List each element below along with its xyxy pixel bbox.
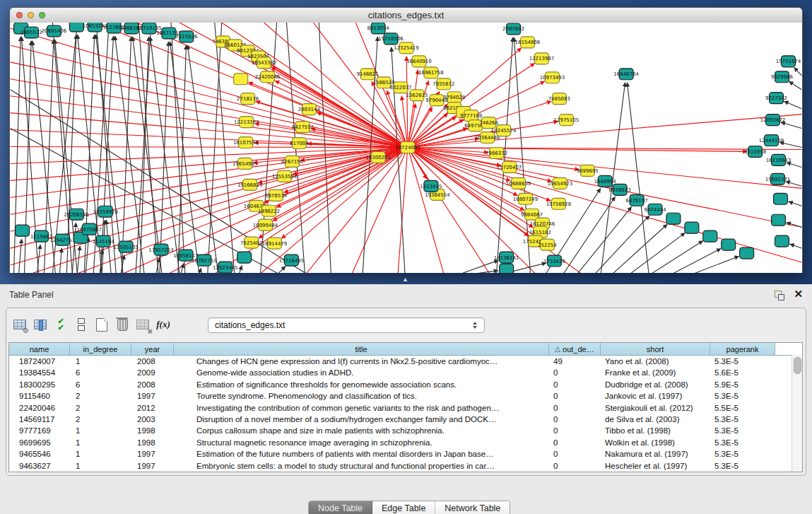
graph-node[interactable] [69,23,83,32]
graph-node[interactable]: 16961758 [418,67,443,78]
table-cell[interactable]: 2 [70,390,131,402]
table-cell[interactable]: Investigating the contribution of common… [174,402,549,414]
graph-node[interactable]: 20691406 [42,25,66,37]
table-cell[interactable]: 0 [549,448,601,460]
table-cell[interactable]: 1 [70,425,131,436]
graph-node[interactable]: 252254 [538,239,557,250]
table-cell[interactable]: 9463627 [9,460,70,472]
tab-network-table[interactable]: Network Table [435,501,510,514]
graph-node[interactable]: 15716485 [279,255,304,266]
column-header-year[interactable]: year [131,343,174,355]
graph-node[interactable] [234,74,248,85]
table-cell[interactable]: 5.5E-5 [710,402,775,414]
table-cell[interactable]: Genome-wide association studies in ADHD. [174,367,549,378]
table-row[interactable]: 977716911998Corpus callosum shape and si… [9,425,802,436]
graph-node[interactable]: 7625402 [240,237,262,248]
table-cell[interactable]: 1 [70,460,131,472]
table-cell[interactable]: 2 [70,402,131,414]
graph-node[interactable] [740,247,754,259]
table-cell[interactable]: 2012 [131,402,174,414]
zoom-window-icon[interactable] [39,12,45,18]
tab-node-table[interactable]: Node Table [309,501,372,514]
table-mode-icon[interactable]: ⚙ [11,315,29,334]
table-cell[interactable]: 1997 [131,390,174,402]
close-panel-icon[interactable]: ✕ [794,288,803,300]
graph-node[interactable]: 13505135 [113,241,138,252]
table-cell[interactable]: 0 [549,425,601,436]
table-cell[interactable]: Embryonic stem cells: a model to study s… [174,460,549,472]
table-cell[interactable]: Tibbo et al. (1998) [601,425,710,436]
show-column-icon[interactable] [31,315,49,334]
table-cell[interactable]: Wolkin et al. (1998) [601,437,710,448]
graph-node[interactable]: 19166825 [237,179,262,190]
table-row[interactable]: 911546021997Tourette syndrome. Phenomeno… [9,390,802,402]
column-header-short[interactable]: short [601,343,710,355]
table-cell[interactable]: 1 [70,356,131,367]
graph-node[interactable]: 12942757 [50,234,75,245]
table-cell[interactable]: 2008 [131,379,174,390]
table-cell[interactable]: Jankovic et al. (1997) [601,390,710,402]
table-cell[interactable]: 14569117 [9,414,70,425]
table-cell[interactable]: Hescheler et al. (1997) [601,460,710,472]
table-cell[interactable]: 1998 [131,425,174,436]
graph-node[interactable]: 16648784 [613,69,639,80]
table-row[interactable]: 1456911722003Disruption of a novel membe… [9,414,802,425]
table-cell[interactable]: 9777169 [9,425,70,436]
graph-node[interactable] [772,214,786,226]
table-cell[interactable]: 2009 [131,367,174,378]
graph-node[interactable] [775,235,789,247]
table-cell[interactable]: Tourette syndrome. Phenomenology and cla… [174,390,549,402]
graph-node[interactable]: 22420046 [255,71,280,83]
graph-node[interactable]: 15751074 [776,56,801,67]
table-scrollbar[interactable] [792,355,802,472]
table-cell[interactable]: Stergiakouli et al. (2012) [601,402,710,414]
table-cell[interactable]: 1997 [131,460,174,472]
table-cell[interactable]: 0 [549,390,601,402]
table-cell[interactable]: 1997 [131,448,174,460]
table-selector-dropdown[interactable]: citations_edges.txt [208,317,485,333]
scrollbar-thumb[interactable] [794,357,801,374]
graph-node[interactable] [774,193,788,204]
table-cell[interactable]: 0 [549,402,601,414]
table-row[interactable]: 2242004622012Investigating the contribut… [9,402,802,414]
table-cell[interactable]: 1 [70,448,131,460]
select-columns-icon[interactable]: ✔✔ [52,315,70,334]
table-cell[interactable]: 2 [70,414,131,425]
graph-node[interactable]: 12553594 [272,170,298,182]
column-header-name[interactable]: name [9,343,70,355]
table-cell[interactable]: 2008 [131,356,174,367]
graph-node[interactable]: 1733426 [543,255,565,267]
table-cell[interactable]: 9115460 [9,390,70,402]
minimize-window-icon[interactable] [28,12,34,18]
graph-node[interactable]: 15720407 [497,161,522,173]
graph-node[interactable]: 18107554 [233,137,259,148]
graph-node[interactable]: 9227342 [765,93,787,104]
table-cell[interactable]: Yano et al. (2008) [601,356,710,367]
table-cell[interactable]: 5.6E-5 [710,367,775,378]
graph-node[interactable]: 15692371 [765,173,790,185]
table-cell[interactable]: 19384554 [9,367,70,378]
graph-node[interactable]: 5878534 [265,189,288,201]
graph-node[interactable]: 19218506 [378,33,403,45]
table-cell[interactable]: 22420046 [9,402,70,414]
table-row[interactable]: 946362711997Embryonic stem cells: a mode… [9,460,802,472]
table-cell[interactable]: Franke et al. (2009) [601,367,710,378]
graph-node[interactable]: 1362615 [406,90,428,101]
graph-node[interactable]: 12975105 [554,115,579,126]
table-cell[interactable]: 1998 [131,437,174,448]
graph-node[interactable]: 9474444 [644,204,666,215]
table-cell[interactable]: 0 [549,460,601,472]
graph-node[interactable]: 16210643 [766,154,791,165]
graph-node[interactable]: 19756928 [546,198,571,209]
delete-table-icon[interactable]: ✖ [134,315,152,334]
table-cell[interactable]: 9699695 [9,437,70,448]
graph-node[interactable]: 7485083 [548,93,570,105]
graph-node[interactable]: 16640910 [406,56,431,67]
graph-node[interactable] [16,225,30,236]
graph-node[interactable]: 2718176 [237,93,259,105]
table-cell[interactable]: Changes of HCN gene expression and I(f) … [174,356,549,367]
graph-node[interactable]: 12325419 [394,42,418,54]
table-cell[interactable]: 6 [70,379,131,390]
table-cell[interactable]: 5.3E-5 [710,356,775,367]
graph-node[interactable] [237,252,252,263]
